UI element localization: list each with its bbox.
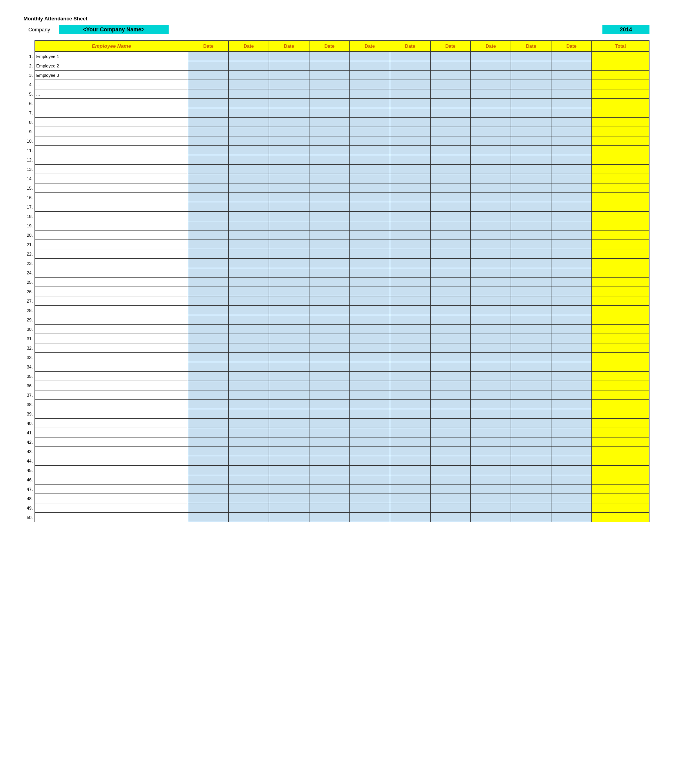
year-box[interactable]: 2014 [602,25,649,34]
date-cell-5[interactable] [349,136,390,146]
employee-name-cell[interactable] [35,306,188,315]
date-cell-3[interactable] [269,136,309,146]
date-cell-9[interactable] [511,419,551,428]
total-cell[interactable] [591,61,649,71]
date-cell-9[interactable] [511,390,551,400]
date-cell-10[interactable] [551,343,592,353]
date-cell-1[interactable] [188,296,229,306]
total-cell[interactable] [591,456,649,466]
date-cell-9[interactable] [511,343,551,353]
date-cell-4[interactable] [309,183,349,193]
date-cell-9[interactable] [511,278,551,287]
date-cell-3[interactable] [269,278,309,287]
date-cell-7[interactable] [430,193,471,202]
date-cell-9[interactable] [511,513,551,522]
date-cell-9[interactable] [511,306,551,315]
date-cell-6[interactable] [390,80,430,89]
date-cell-8[interactable] [471,249,511,259]
date-cell-10[interactable] [551,127,592,136]
date-cell-10[interactable] [551,325,592,334]
date-cell-1[interactable] [188,89,229,99]
date-cell-10[interactable] [551,268,592,278]
date-cell-1[interactable] [188,212,229,221]
date-cell-5[interactable] [349,325,390,334]
date-cell-7[interactable] [430,494,471,503]
date-cell-4[interactable] [309,259,349,268]
date-cell-9[interactable] [511,183,551,193]
date-cell-4[interactable] [309,212,349,221]
table-row[interactable]: 6. [24,99,649,108]
date-cell-7[interactable] [430,52,471,61]
date-cell-7[interactable] [430,99,471,108]
date-cell-2[interactable] [229,221,269,230]
date-cell-3[interactable] [269,456,309,466]
employee-name-cell[interactable] [35,494,188,503]
date-cell-4[interactable] [309,343,349,353]
date-cell-6[interactable] [390,183,430,193]
date-cell-3[interactable] [269,447,309,456]
date-cell-10[interactable] [551,428,592,437]
date-cell-10[interactable] [551,287,592,296]
date-cell-2[interactable] [229,409,269,419]
date-cell-6[interactable] [390,221,430,230]
date-cell-1[interactable] [188,61,229,71]
date-cell-7[interactable] [430,372,471,381]
table-row[interactable]: 18. [24,212,649,221]
date-cell-7[interactable] [430,485,471,494]
table-row[interactable]: 2.Employee 2 [24,61,649,71]
date-cell-8[interactable] [471,108,511,118]
date-cell-7[interactable] [430,428,471,437]
date-cell-5[interactable] [349,268,390,278]
date-cell-4[interactable] [309,315,349,325]
date-cell-8[interactable] [471,372,511,381]
date-cell-1[interactable] [188,362,229,372]
employee-name-cell[interactable] [35,155,188,165]
date-cell-6[interactable] [390,230,430,240]
date-cell-7[interactable] [430,183,471,193]
date-cell-8[interactable] [471,325,511,334]
date-cell-7[interactable] [430,174,471,183]
employee-name-cell[interactable] [35,475,188,485]
total-cell[interactable] [591,475,649,485]
table-row[interactable]: 34. [24,362,649,372]
date-cell-5[interactable] [349,174,390,183]
date-cell-2[interactable] [229,146,269,155]
table-row[interactable]: 30. [24,325,649,334]
total-cell[interactable] [591,136,649,146]
date-cell-9[interactable] [511,475,551,485]
table-row[interactable]: 50. [24,513,649,522]
total-cell[interactable] [591,390,649,400]
date-cell-10[interactable] [551,136,592,146]
table-row[interactable]: 7. [24,108,649,118]
date-cell-10[interactable] [551,52,592,61]
employee-name-cell[interactable] [35,202,188,212]
total-cell[interactable] [591,296,649,306]
date-cell-2[interactable] [229,230,269,240]
date-cell-7[interactable] [430,240,471,249]
date-cell-5[interactable] [349,409,390,419]
date-cell-4[interactable] [309,99,349,108]
date-cell-8[interactable] [471,212,511,221]
date-cell-3[interactable] [269,127,309,136]
date-cell-6[interactable] [390,259,430,268]
date-cell-9[interactable] [511,325,551,334]
date-cell-2[interactable] [229,174,269,183]
date-cell-7[interactable] [430,362,471,372]
employee-name-cell[interactable] [35,315,188,325]
date-cell-1[interactable] [188,437,229,447]
date-cell-1[interactable] [188,513,229,522]
table-row[interactable]: 10. [24,136,649,146]
date-cell-10[interactable] [551,146,592,155]
date-cell-7[interactable] [430,165,471,174]
date-cell-9[interactable] [511,127,551,136]
date-cell-10[interactable] [551,419,592,428]
date-cell-4[interactable] [309,466,349,475]
date-cell-9[interactable] [511,99,551,108]
date-cell-5[interactable] [349,71,390,80]
date-cell-7[interactable] [430,353,471,362]
date-cell-4[interactable] [309,381,349,390]
date-cell-7[interactable] [430,343,471,353]
table-row[interactable]: 25. [24,278,649,287]
date-cell-4[interactable] [309,89,349,99]
date-cell-7[interactable] [430,390,471,400]
